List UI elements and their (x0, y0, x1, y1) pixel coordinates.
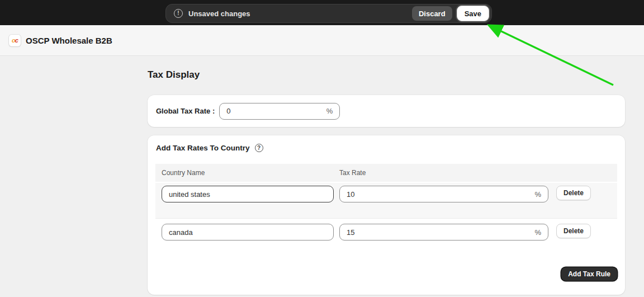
tax-rate-field: % (339, 186, 548, 202)
add-tax-rule-button[interactable]: Add Tax Rule (561, 267, 617, 281)
app-header: oc OSCP Wholesale B2B (0, 25, 644, 56)
table-row: % Delete (155, 219, 617, 254)
alert-icon: ! (174, 9, 183, 18)
tax-rates-table: Country Name Tax Rate % Delete % Delete (155, 164, 617, 254)
page-title: Tax Display (148, 69, 200, 81)
discard-button[interactable]: Discard (412, 6, 452, 21)
percent-suffix: % (326, 107, 333, 115)
percent-suffix: % (534, 190, 541, 199)
delete-row-button[interactable]: Delete (556, 186, 591, 200)
app-logo-icon: oc (9, 35, 21, 46)
app-title: OSCP Wholesale B2B (26, 36, 112, 45)
tax-rate-field: % (339, 224, 548, 241)
table-header-row: Country Name Tax Rate (155, 164, 617, 183)
country-name-input[interactable] (169, 190, 326, 199)
tax-rate-input[interactable] (347, 190, 530, 199)
global-tax-rate-input[interactable] (226, 107, 321, 115)
unsaved-changes-bar: ! Unsaved changes Discard Save (165, 4, 492, 23)
unsaved-changes-label: Unsaved changes (188, 10, 412, 18)
logo-letter-c: c (15, 37, 18, 44)
column-header-tax-rate: Tax Rate (339, 169, 366, 177)
tax-rates-card-header: Add Tax Rates To Country ? (156, 144, 263, 152)
tax-rates-card-title: Add Tax Rates To Country (156, 144, 250, 152)
country-name-input[interactable] (169, 228, 326, 237)
tax-rates-card: Add Tax Rates To Country ? Country Name … (148, 135, 625, 295)
country-name-field (162, 224, 334, 241)
global-tax-rate-card: Global Tax Rate : % (148, 95, 625, 127)
top-bar: ! Unsaved changes Discard Save (0, 0, 644, 25)
column-header-country: Country Name (162, 169, 339, 177)
help-icon[interactable]: ? (255, 144, 263, 152)
global-tax-rate-label: Global Tax Rate : (156, 107, 215, 115)
table-row: % Delete (155, 183, 617, 219)
percent-suffix: % (534, 228, 541, 237)
tax-rate-input[interactable] (347, 228, 530, 237)
save-button[interactable]: Save (457, 6, 489, 21)
global-tax-rate-field: % (219, 103, 340, 120)
delete-row-button[interactable]: Delete (556, 224, 591, 238)
country-name-field (162, 186, 334, 202)
